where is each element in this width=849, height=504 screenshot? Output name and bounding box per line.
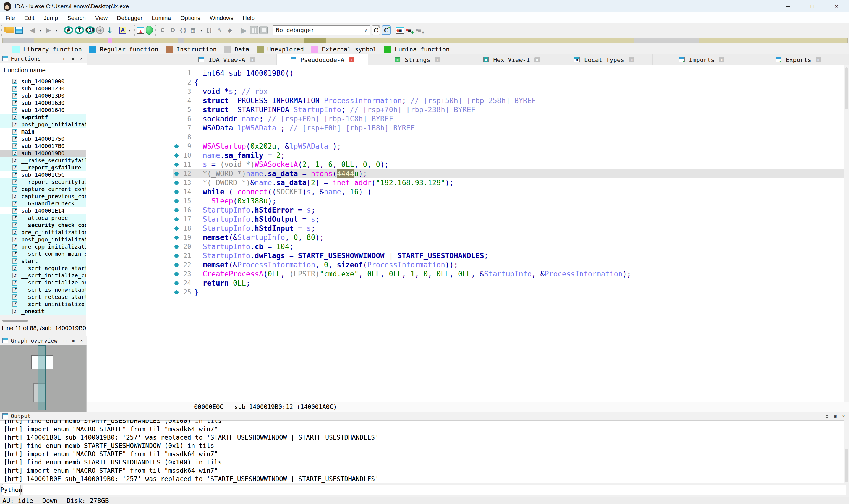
function-row[interactable]: __report_gsfailure (0, 164, 86, 171)
output-vscrollbar-thumb[interactable] (845, 449, 848, 482)
lumina-pull-button[interactable] (146, 26, 153, 35)
code-line[interactable]: 13 *(_DWORD *)&name.sa_data[2] = inet_ad… (87, 178, 844, 187)
code-line[interactable]: 19 memset(&StartupInfo, 0, 80); (87, 233, 844, 242)
jump-to-xref-button[interactable]: ➜ (96, 26, 104, 34)
code-line[interactable]: 12 *(_WORD *)name.sa_data = htons(4444u)… (87, 169, 844, 178)
debugger-stop-button[interactable] (259, 26, 268, 34)
pseudocode-view[interactable]: 1__int64 sub_1400019B0()2{3 void *s; // … (87, 65, 849, 402)
attach-to-process-button[interactable]: C (372, 25, 380, 35)
cli-language-button[interactable]: Python (2, 484, 21, 496)
tab-local-types[interactable]: 0Local Types× (556, 54, 653, 65)
function-row[interactable]: __scrt_is_nonwritable_in_current_image (0, 286, 86, 293)
navigate-forward-button[interactable]: ▶ (44, 25, 53, 35)
make-menu-button[interactable]: ▾ (199, 25, 203, 35)
edit-function-button[interactable]: ✎ (215, 25, 224, 35)
navigate-back-menu-button[interactable]: ▾ (38, 25, 42, 35)
code-line[interactable]: 14 while ( connect((SOCKET)s, &name, 16)… (87, 187, 844, 197)
navigate-back-button[interactable]: ◀ (28, 25, 37, 35)
code-line[interactable]: 25} (87, 288, 844, 297)
function-name-column-header[interactable]: Function name (0, 63, 87, 77)
function-row[interactable]: __scrt_common_main_seh(void) (0, 250, 86, 257)
tab-imports[interactable]: Imports× (653, 54, 751, 65)
navigate-forward-menu-button[interactable]: ▾ (54, 25, 59, 35)
function-row[interactable]: sub_140001750 (0, 135, 86, 142)
menu-item-file[interactable]: File (1, 13, 20, 23)
code-line[interactable]: 2{ (87, 78, 844, 87)
open-file-button[interactable] (6, 27, 14, 33)
jump-to-name-button[interactable]: T (75, 26, 84, 34)
function-row[interactable]: pre_c_initialization(void) (0, 229, 86, 236)
function-row[interactable]: sub_140001000 (0, 78, 86, 85)
menu-item-jump[interactable]: Jump (39, 13, 62, 23)
jump-in-function-button[interactable]: ↓ (105, 25, 114, 35)
tab-hex-view-1[interactable]: ●Hex View-1× (468, 54, 556, 65)
function-row[interactable]: sub_1400017B0 (0, 142, 86, 149)
panel-float-button[interactable]: ▣ (70, 338, 76, 344)
tab-exports[interactable]: Exports× (751, 54, 846, 65)
continue-process-button[interactable]: C (382, 25, 391, 35)
code-line[interactable]: 3 void *s; // rbx (87, 87, 844, 96)
function-row[interactable]: main (0, 128, 86, 135)
debugger-select[interactable]: No debugger∨ (273, 25, 370, 35)
menu-item-help[interactable]: Help (238, 13, 259, 23)
function-row[interactable]: sub_140001640 (0, 106, 86, 114)
code-line[interactable]: 21 StartupInfo.dwFlags = STARTF_USESHOWW… (87, 251, 844, 260)
function-row[interactable]: sub_1400019B0 (0, 149, 86, 157)
function-row[interactable]: __GSHandlerCheck (0, 200, 86, 207)
panel-maximize-button[interactable]: □ (62, 56, 68, 62)
function-row[interactable]: sub_140001230 (0, 85, 86, 92)
debugger-pause-button[interactable] (250, 26, 258, 34)
function-row[interactable]: __alloca_probe (0, 214, 86, 221)
save-database-button[interactable] (16, 26, 23, 34)
graph-overview-canvas[interactable] (0, 345, 87, 412)
code-line[interactable]: 20 StartupInfo.cb = 104; (87, 242, 844, 251)
code-line[interactable]: 7 WSAData lpWSAData_; // [rsp+F0h] [rbp-… (87, 124, 844, 133)
minimize-button[interactable]: ─ (776, 0, 800, 13)
panel-maximize-button[interactable]: □ (62, 338, 68, 344)
function-row[interactable]: capture_current_context (0, 185, 86, 193)
functions-hscrollbar[interactable] (2, 320, 28, 322)
code-line[interactable]: 22 memset(&ProcessInformation, 0, sizeof… (87, 260, 844, 270)
close-tab-icon[interactable]: × (535, 57, 540, 62)
menu-item-edit[interactable]: Edit (20, 13, 39, 23)
menu-item-windows[interactable]: Windows (205, 13, 238, 23)
close-button[interactable]: × (825, 0, 849, 13)
function-row[interactable]: __security_check_cookie (0, 221, 86, 229)
panel-close-button[interactable]: × (78, 56, 84, 62)
code-line[interactable]: 15 Sleep(0x1388u); (87, 197, 844, 206)
close-tab-icon[interactable]: × (349, 57, 354, 62)
code-line[interactable]: 24 return 0LL; (87, 279, 844, 288)
code-line[interactable]: 18 StartupInfo.hStdInput = s; (87, 224, 844, 233)
function-row[interactable]: sub_140001E14 (0, 207, 86, 214)
menu-item-lumina[interactable]: Lumina (147, 13, 176, 23)
function-row[interactable]: __scrt_uninitialize_crt (0, 301, 86, 308)
tab-strings[interactable]: ≡Strings× (368, 54, 468, 65)
debugger-start-button[interactable]: ▶ (239, 25, 248, 35)
code-line[interactable]: 23 CreateProcessA(0LL, (LPSTR)"cmd.exe",… (87, 270, 844, 279)
code-line[interactable]: 10 name.sa_family = 2; (87, 151, 844, 160)
function-row[interactable]: sub_140001C5C (0, 171, 86, 178)
code-line[interactable]: 9 WSAStartup(0x202u, &lpWSAData_); (87, 142, 844, 151)
code-line[interactable]: 4 struct _PROCESS_INFORMATION ProcessInf… (87, 96, 844, 105)
function-row[interactable]: __scrt_acquire_startup_lock (0, 265, 86, 272)
address-navigator[interactable] (2, 38, 848, 43)
code-line[interactable]: 17 StartupInfo.hStdOutput = s; (87, 215, 844, 224)
close-tab-icon[interactable]: × (435, 57, 440, 62)
pseudocode-vscrollbar-thumb[interactable] (845, 68, 848, 109)
make-enum-button[interactable]: ▦ (189, 25, 198, 35)
function-row[interactable]: __scrt_initialize_onexit_tables (0, 279, 86, 286)
close-tab-icon[interactable]: × (250, 57, 255, 62)
tab-ida-view-a[interactable]: IDA View-A× (177, 54, 277, 65)
function-row[interactable]: __scrt_initialize_crt (0, 272, 86, 279)
function-row[interactable]: _onexit (0, 308, 86, 315)
jump-to-binary-button[interactable]: 010 (86, 26, 95, 34)
close-tab-icon[interactable]: × (719, 57, 724, 62)
function-row[interactable]: capture_previous_context (0, 193, 86, 200)
function-row[interactable]: post_pgo_initialization(void) (0, 236, 86, 243)
make-struct-button[interactable]: {} (179, 25, 187, 35)
cli-input[interactable] (23, 485, 846, 495)
panel-close-button[interactable]: × (841, 413, 847, 419)
search-menu-button[interactable]: ▾ (127, 25, 132, 35)
function-row[interactable]: pre_cpp_initialization(void) (0, 243, 86, 250)
code-line[interactable]: 5 struct _STARTUPINFOA StartupInfo; // [… (87, 105, 844, 114)
